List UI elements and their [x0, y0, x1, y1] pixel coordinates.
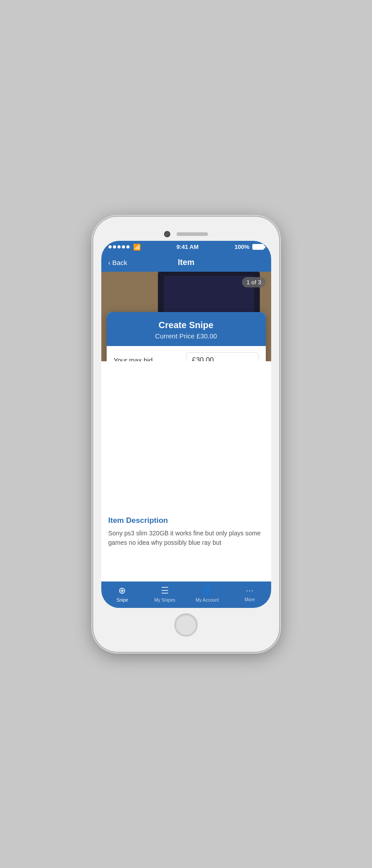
- front-camera: [164, 231, 170, 237]
- back-button[interactable]: ‹ Back: [108, 259, 127, 266]
- tab-bar: ⊕ Snipe ☰ My Snipes 👤 My Account ··· Mor…: [101, 582, 271, 608]
- battery-fill: [253, 245, 263, 249]
- battery-bar: [252, 244, 264, 250]
- max-bid-input[interactable]: [186, 352, 259, 361]
- signal-dot-5: [126, 245, 130, 248]
- snipe-tab-icon: ⊕: [118, 585, 126, 596]
- home-button[interactable]: [174, 613, 198, 637]
- signal-dot-4: [122, 245, 125, 248]
- status-left: 📶: [108, 244, 141, 251]
- signal-dot-3: [117, 245, 121, 248]
- description-title: Item Description: [108, 516, 264, 525]
- phone-bottom-hardware: [101, 608, 271, 644]
- tab-my-snipes[interactable]: ☰ My Snipes: [143, 585, 186, 603]
- tab-more[interactable]: ··· More: [229, 585, 271, 603]
- max-bid-label: Your max bid: [114, 356, 186, 361]
- modal-header: Create Snipe Current Price £30.00: [107, 312, 266, 346]
- description-text: Sony ps3 slim 320GB it works fine but on…: [108, 529, 264, 547]
- signal-dots: [108, 245, 130, 248]
- item-image-area: 1 of 3 Create Snipe Current Price £30.00…: [101, 272, 271, 361]
- create-snipe-modal: Create Snipe Current Price £30.00 Your m…: [107, 312, 266, 361]
- status-bar: 📶 9:41 AM 100%: [101, 241, 271, 253]
- status-time: 9:41 AM: [177, 244, 199, 250]
- modal-body: Your max bid Snipe Time: [107, 346, 266, 361]
- my-account-tab-icon: 👤: [202, 585, 213, 596]
- navigation-bar: ‹ Back Item: [101, 253, 271, 272]
- signal-dot-1: [108, 245, 112, 248]
- back-label: Back: [112, 259, 127, 266]
- phone-frame: 📶 9:41 AM 100% ‹ Back Item 1 o: [93, 217, 279, 652]
- modal-subtitle: Current Price £30.00: [114, 332, 259, 340]
- battery-indicator: [252, 244, 264, 250]
- modal-spacer: [108, 368, 264, 516]
- phone-screen: 📶 9:41 AM 100% ‹ Back Item 1 o: [101, 241, 271, 608]
- scroll-spacer: [108, 547, 264, 574]
- my-snipes-tab-icon: ☰: [161, 585, 169, 596]
- wifi-icon: 📶: [133, 244, 141, 251]
- more-tab-label: More: [245, 597, 255, 602]
- signal-dot-2: [113, 245, 116, 248]
- earpiece-speaker: [177, 232, 208, 236]
- my-account-tab-label: My Account: [196, 598, 219, 603]
- my-snipes-tab-label: My Snipes: [154, 598, 175, 603]
- snipe-tab-label: Snipe: [117, 598, 128, 603]
- more-tab-icon: ···: [246, 585, 254, 595]
- back-chevron-icon: ‹: [108, 259, 111, 266]
- tab-my-account[interactable]: 👤 My Account: [186, 585, 229, 603]
- modal-title: Create Snipe: [114, 320, 259, 330]
- page-content: Item Description Sony ps3 slim 320GB it …: [101, 361, 271, 582]
- status-right: 100%: [234, 244, 264, 250]
- phone-top-hardware: [101, 225, 271, 241]
- max-bid-row: Your max bid: [107, 346, 266, 361]
- image-counter: 1 of 3: [242, 277, 266, 287]
- nav-title: Item: [131, 258, 242, 267]
- max-bid-input-container: [186, 352, 259, 361]
- tab-snipe[interactable]: ⊕ Snipe: [101, 585, 144, 603]
- battery-percent: 100%: [234, 244, 249, 250]
